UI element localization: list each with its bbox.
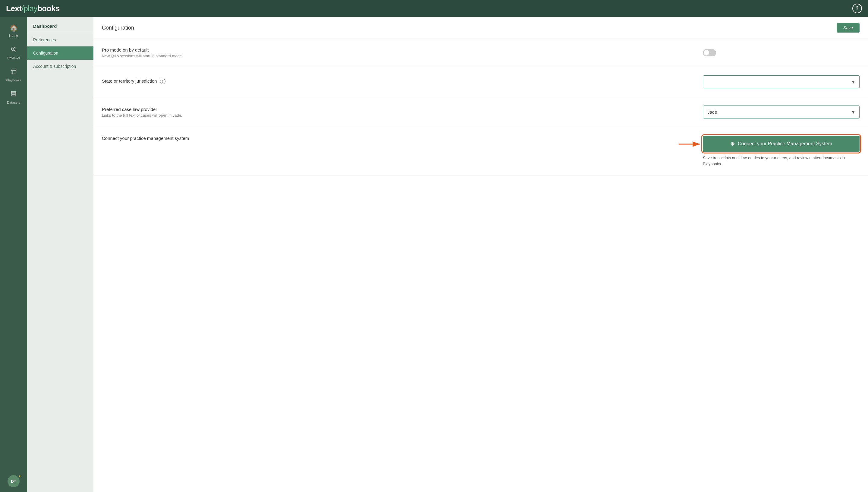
content-area: Configuration Save Pro mode on by defaul… (94, 17, 868, 492)
nav-item-preferences[interactable]: Preferences (27, 33, 94, 46)
sidebar-item-reviews[interactable]: Reviews (0, 42, 27, 64)
sidebar-item-datasets[interactable]: Datasets (0, 86, 27, 108)
reviews-icon (10, 46, 17, 54)
main-layout: 🏠 Home Reviews Playbooks (0, 17, 868, 492)
pro-mode-label: Pro mode on by default New Q&A sessions … (102, 47, 691, 58)
datasets-icon (10, 91, 17, 99)
top-header: Lext/playbooks ? (0, 0, 868, 17)
sidebar-label-home: Home (9, 34, 18, 38)
case-law-select[interactable]: Jade Other (703, 105, 860, 119)
connect-pms-icon: ✳ (730, 141, 735, 147)
nav-item-account[interactable]: Account & subscription (27, 60, 94, 73)
pro-mode-toggle[interactable] (703, 49, 716, 56)
svg-rect-7 (11, 92, 16, 93)
jurisdiction-help-icon[interactable]: ? (160, 79, 165, 84)
help-icon[interactable]: ? (852, 4, 862, 13)
content-body: Pro mode on by default New Q&A sessions … (94, 39, 868, 492)
nav-item-configuration[interactable]: Configuration (27, 46, 94, 60)
case-law-title: Preferred case law provider (102, 107, 691, 112)
sidebar-label-playbooks: Playbooks (6, 78, 21, 82)
case-law-sublabel: Links to the full text of cases will ope… (102, 113, 691, 118)
avatar[interactable]: DT ✦ (7, 475, 20, 487)
connect-label-title: Connect your practice management system (102, 136, 691, 141)
logo-play: play (24, 4, 37, 13)
logo: Lext/playbooks (6, 4, 60, 13)
config-row-pro-mode: Pro mode on by default New Q&A sessions … (94, 39, 868, 67)
svg-rect-8 (11, 93, 16, 94)
toggle-thumb (704, 50, 709, 55)
home-icon: 🏠 (10, 24, 18, 32)
jurisdiction-title: State or territory jurisdiction ? (102, 78, 691, 84)
config-row-jurisdiction: State or territory jurisdiction ? ACT NS… (94, 67, 868, 97)
dashboard-panel: Dashboard Preferences Configuration Acco… (27, 17, 94, 492)
connect-pms-button-label: Connect your Practice Management System (738, 141, 832, 147)
connect-control: ✳ Connect your Practice Management Syste… (703, 136, 860, 167)
pro-mode-control (703, 49, 860, 56)
sidebar-label-reviews: Reviews (7, 56, 20, 60)
svg-line-1 (15, 50, 16, 52)
jurisdiction-label: State or territory jurisdiction ? (102, 78, 691, 85)
case-law-select-wrapper: Jade Other ▼ (703, 105, 860, 119)
svg-rect-9 (11, 95, 16, 96)
playbooks-icon (10, 68, 17, 77)
jurisdiction-control: ACT NSW NT QLD SA TAS VIC WA ▼ (703, 75, 860, 88)
sidebar-label-datasets: Datasets (7, 101, 20, 104)
save-button[interactable]: Save (837, 23, 860, 32)
page-title: Configuration (102, 25, 134, 31)
jurisdiction-select[interactable]: ACT NSW NT QLD SA TAS VIC WA (703, 75, 860, 88)
pro-mode-title: Pro mode on by default (102, 47, 691, 52)
svg-rect-4 (11, 69, 16, 74)
connect-description: Save transcripts and time entries to you… (703, 155, 860, 167)
sidebar-item-home[interactable]: 🏠 Home (0, 20, 27, 42)
content-header: Configuration Save (94, 17, 868, 39)
config-row-case-law: Preferred case law provider Links to the… (94, 97, 868, 127)
connect-pms-section: Connect your practice management system (94, 127, 868, 175)
avatar-sparkle: ✦ (18, 474, 21, 478)
connect-label: Connect your practice management system (102, 136, 691, 142)
avatar-initials: DT (11, 479, 16, 484)
logo-lext: Lext (6, 4, 21, 13)
jurisdiction-select-wrapper: ACT NSW NT QLD SA TAS VIC WA ▼ (703, 75, 860, 88)
sidebar: 🏠 Home Reviews Playbooks (0, 17, 27, 492)
case-law-label: Preferred case law provider Links to the… (102, 107, 691, 118)
case-law-control: Jade Other ▼ (703, 105, 860, 119)
sidebar-item-playbooks[interactable]: Playbooks (0, 64, 27, 86)
connect-pms-button[interactable]: ✳ Connect your Practice Management Syste… (703, 136, 860, 152)
jurisdiction-title-text: State or territory jurisdiction (102, 78, 157, 83)
pro-mode-sublabel: New Q&A sessions will start in standard … (102, 54, 691, 58)
orange-arrow-annotation (679, 138, 703, 150)
connect-button-wrapper: ✳ Connect your Practice Management Syste… (703, 136, 860, 152)
logo-books: books (37, 4, 60, 13)
dashboard-title: Dashboard (27, 17, 94, 33)
